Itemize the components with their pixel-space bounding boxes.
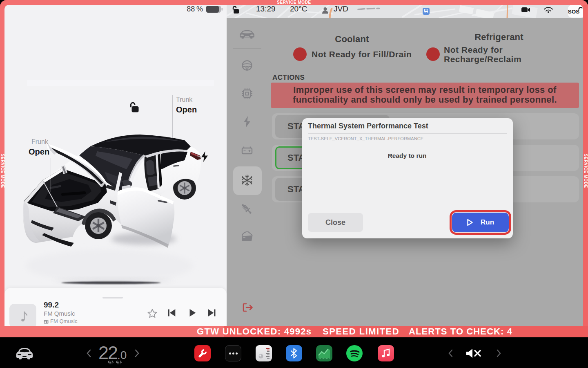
svg-text:SOS: SOS [568, 9, 580, 15]
